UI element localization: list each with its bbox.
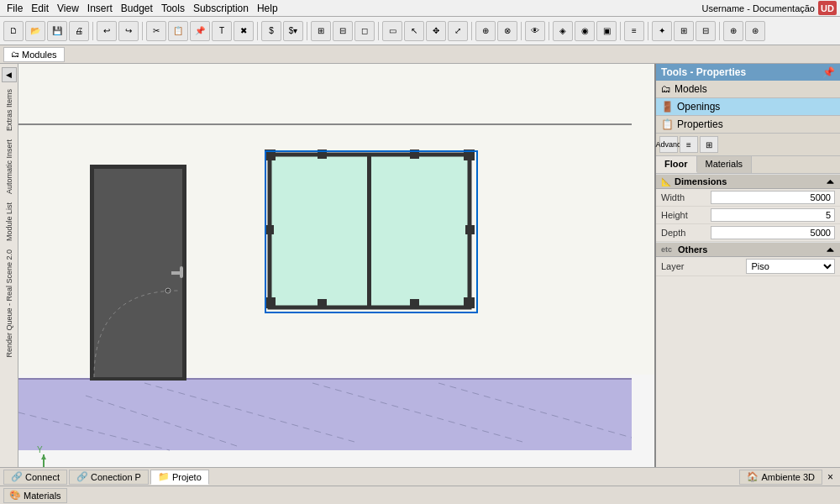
models-label: Models	[675, 83, 707, 95]
tb-undo[interactable]: ↩	[97, 21, 117, 41]
menu-help[interactable]: Help	[254, 1, 281, 16]
conection-p-icon: 🔗	[76, 471, 88, 482]
window-mark-bot-l	[318, 299, 327, 308]
tb-grid[interactable]: ⊞	[311, 21, 331, 41]
tb-arrow[interactable]: ↖	[404, 21, 424, 41]
prop-content: 📐 Dimensions ⏶ Width Height Depth etc	[656, 174, 840, 467]
ambiente3d-icon: 🏠	[747, 471, 759, 482]
menu-file[interactable]: File	[3, 1, 26, 16]
tb-shape[interactable]: ◻	[354, 21, 375, 41]
dimensions-group-label: Dimensions	[675, 176, 727, 186]
tb-render2[interactable]: ◉	[575, 21, 595, 41]
openings-icon: 🚪	[661, 101, 674, 113]
tab-conection-p[interactable]: 🔗 Conection P	[69, 470, 149, 485]
tb-save[interactable]: 💾	[47, 21, 67, 41]
tb-snap[interactable]: ⊕	[475, 21, 496, 41]
panel-openings-section[interactable]: 🚪 Openings	[656, 98, 840, 116]
prop-tab-floor[interactable]: Floor	[656, 156, 697, 173]
user-badge: UD	[818, 1, 837, 15]
prop-tb-grid[interactable]: ⊞	[700, 136, 718, 153]
panel-properties-section[interactable]: 📋 Properties	[656, 116, 840, 134]
dimensions-group-icon: 📐	[661, 177, 671, 186]
tb-render1[interactable]: ◈	[553, 21, 573, 41]
menu-tools[interactable]: Tools	[158, 1, 188, 16]
panel-models-section[interactable]: 🗂 Models	[656, 81, 840, 98]
sidebar-auto-insert[interactable]: Automatic Insert	[3, 136, 15, 197]
tab-projeto[interactable]: 📁 Projeto	[150, 470, 209, 485]
height-label: Height	[661, 210, 711, 220]
tb-paste[interactable]: 📌	[190, 21, 210, 41]
width-value[interactable]	[711, 191, 835, 204]
tab-close-btn[interactable]: ×	[824, 471, 837, 483]
svg-marker-4	[41, 454, 46, 459]
models-icon: 🗂	[661, 83, 671, 95]
viewport: X Y	[18, 64, 655, 467]
tb-del[interactable]: ✖	[234, 21, 254, 41]
toolbar: 🗋 📂 💾 🖨 ↩ ↪ ✂ 📋 📌 T ✖ $ $▾ ⊞ ⊟ ◻ ▭ ↖ ✥ ⤢…	[0, 17, 840, 45]
window-mark-br	[464, 297, 475, 308]
materials-btn[interactable]: 🎨 Materials	[3, 488, 67, 503]
modules-tab[interactable]: 🗂 Modules	[3, 47, 65, 62]
menu-subscription[interactable]: Subscription	[190, 1, 252, 16]
tb-layers[interactable]: ≡	[624, 21, 644, 41]
others-group-icon: etc	[661, 245, 672, 254]
tb-grid2[interactable]: ⊟	[333, 21, 353, 41]
tb-rect[interactable]: ▭	[382, 21, 402, 41]
layer-select[interactable]: Piso	[746, 259, 836, 274]
sidebar-render-queue[interactable]: Render Queue - Real Scene 2.0	[3, 246, 15, 361]
modules-tab-bar: 🗂 Modules	[0, 45, 840, 64]
tb-pan[interactable]: ⤢	[448, 21, 468, 41]
tb-tool1[interactable]: T	[212, 21, 232, 41]
tb-snap2[interactable]: ⊗	[497, 21, 517, 41]
menu-view[interactable]: View	[54, 1, 82, 16]
tb-currency2[interactable]: $▾	[283, 21, 303, 41]
sidebar-module-list[interactable]: Module List	[3, 199, 15, 244]
sidebar-extra-items[interactable]: Extras Items	[3, 86, 15, 134]
prop-row-depth: Depth	[656, 224, 840, 242]
prop-tab-materials[interactable]: Materials	[697, 156, 753, 173]
height-value[interactable]	[711, 208, 835, 222]
tb-open[interactable]: 📂	[25, 21, 45, 41]
username-label: Username - Documentação	[701, 3, 815, 13]
tb-currency[interactable]: $	[261, 21, 281, 41]
tb-redo[interactable]: ↪	[118, 21, 139, 41]
tb-render3[interactable]: ▣	[596, 21, 617, 41]
tb-misc3[interactable]: ⊟	[696, 21, 716, 41]
window-mark-bot-r	[410, 299, 419, 308]
tb-misc1[interactable]: ✦	[652, 21, 672, 41]
others-group-label: Others	[678, 244, 707, 255]
depth-value[interactable]	[711, 226, 835, 239]
materials-icon: 🎨	[9, 490, 21, 501]
floor-surface	[18, 379, 632, 450]
tab-ambiente3d[interactable]: 🏠 Ambiente 3D	[739, 470, 822, 485]
others-group-header[interactable]: etc Others ⏶	[656, 242, 840, 257]
bottom-tabs: 🔗 Connect 🔗 Conection P 📁 Projeto 🏠 Ambi…	[0, 467, 840, 486]
prop-toolbar: ⚙ Advanced ≡ ⊞	[656, 134, 840, 156]
tb-misc4[interactable]: ⊕	[723, 21, 743, 41]
materials-label: Materials	[24, 491, 61, 501]
tb-copy[interactable]: 📋	[168, 21, 188, 41]
tb-move[interactable]: ✥	[426, 21, 446, 41]
others-collapse-icon: ⏶	[826, 244, 835, 255]
sidebar-toggle[interactable]: ◀	[2, 67, 17, 82]
tb-misc5[interactable]: ⊛	[745, 21, 765, 41]
menu-edit[interactable]: Edit	[28, 1, 52, 16]
menu-insert[interactable]: Insert	[84, 1, 116, 16]
ambiente3d-label: Ambiente 3D	[761, 472, 815, 482]
connect-icon: 🔗	[11, 471, 23, 482]
tb-cut[interactable]: ✂	[146, 21, 166, 41]
panel-title-label: Tools - Properties	[661, 66, 746, 78]
right-panel: Tools - Properties 📌 🗂 Models 🚪 Openings…	[655, 64, 840, 467]
dimensions-group-header[interactable]: 📐 Dimensions ⏶	[656, 174, 840, 189]
layer-label: Layer	[661, 261, 746, 271]
tb-print[interactable]: 🖨	[69, 21, 89, 41]
tb-misc2[interactable]: ⊞	[674, 21, 694, 41]
tab-connect[interactable]: 🔗 Connect	[3, 470, 67, 485]
tb-view3d[interactable]: 👁	[525, 21, 545, 41]
panel-pin-icon[interactable]: 📌	[822, 66, 835, 78]
prop-tb-advanced[interactable]: ⚙ Advanced	[659, 136, 678, 153]
menu-budget[interactable]: Budget	[118, 1, 156, 16]
connect-label: Connect	[25, 472, 60, 482]
tb-new[interactable]: 🗋	[3, 21, 24, 41]
prop-tb-table[interactable]: ≡	[680, 136, 698, 153]
